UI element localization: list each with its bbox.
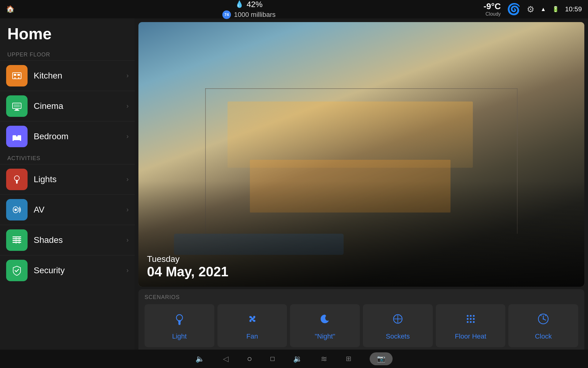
- scenario-floor-heat[interactable]: Floor Heat: [436, 304, 506, 347]
- scenario-sockets-label: Sockets: [386, 332, 410, 340]
- svg-rect-10: [13, 135, 16, 138]
- nav-square-icon[interactable]: □: [270, 355, 274, 363]
- svg-point-33: [470, 315, 472, 317]
- scenario-night-label: "Night": [315, 332, 335, 340]
- nav-back-icon[interactable]: ◁: [223, 355, 228, 363]
- svg-point-4: [18, 77, 19, 79]
- bedroom-icon: [6, 126, 28, 147]
- svg-point-25: [176, 315, 183, 321]
- av-icon: [6, 199, 28, 220]
- scenario-night[interactable]: "Night": [290, 304, 360, 347]
- status-bar-center: 💧 42% 74 1000 millibars: [14, 0, 484, 19]
- svg-point-14: [14, 176, 19, 181]
- svg-rect-23: [16, 236, 17, 244]
- svg-point-28: [251, 318, 254, 320]
- svg-rect-8: [14, 110, 19, 111]
- nav-volume-icon[interactable]: 🔉: [293, 355, 302, 363]
- security-label: Security: [34, 266, 126, 275]
- settings-icon[interactable]: ⚙: [527, 4, 534, 14]
- kitchen-label: Kitchen: [34, 71, 126, 81]
- sidebar-item-kitchen[interactable]: Kitchen ›: [0, 60, 135, 91]
- svg-rect-21: [13, 240, 21, 241]
- av-chevron: ›: [126, 206, 129, 214]
- hero-section: Tuesday 04 May, 2021: [138, 22, 584, 287]
- sidebar-item-bedroom[interactable]: Bedroom ›: [0, 121, 135, 151]
- svg-rect-11: [17, 135, 21, 138]
- status-bar: 🏠 💧 42% 74 1000 millibars -9°C Cloudy 🌀 …: [0, 0, 588, 18]
- svg-rect-27: [179, 324, 180, 325]
- wifi-icon: ▲: [541, 6, 546, 13]
- svg-point-39: [470, 321, 472, 323]
- hero-date: 04 May, 2021: [147, 264, 228, 279]
- svg-point-32: [467, 315, 469, 317]
- svg-rect-16: [16, 183, 17, 184]
- humidity-row: 💧 42%: [235, 0, 262, 9]
- app-icon: 🏠: [6, 5, 14, 13]
- scenarios-section: SCENARIOS Light: [138, 289, 584, 350]
- shades-label: Shades: [34, 235, 126, 245]
- bedroom-chevron: ›: [126, 132, 129, 140]
- main-layout: Home UPPER FLOOR Kitchen ›: [0, 18, 588, 350]
- nav-speaker-icon[interactable]: 🔈: [195, 355, 205, 363]
- scenario-light[interactable]: Light: [145, 304, 214, 347]
- svg-rect-2: [17, 74, 20, 76]
- lights-chevron: ›: [126, 175, 129, 183]
- nav-network-icon[interactable]: ⊞: [346, 355, 351, 363]
- pressure-badge: 74: [222, 10, 231, 19]
- weather-description: Cloudy: [484, 11, 501, 17]
- temperature-block: -9°C Cloudy: [484, 2, 501, 17]
- scenario-light-label: Light: [172, 332, 187, 340]
- svg-rect-24: [19, 236, 20, 244]
- svg-rect-7: [15, 109, 18, 110]
- temperature-value: -9°C: [484, 2, 501, 11]
- sidebar-item-lights[interactable]: Lights ›: [0, 164, 135, 194]
- cinema-icon: [6, 95, 28, 117]
- status-bar-left: 🏠: [6, 5, 14, 13]
- status-bar-right: -9°C Cloudy 🌀 ⚙ ▲ 🔋 10:59: [484, 2, 582, 17]
- svg-rect-15: [16, 182, 18, 183]
- sidebar: Home UPPER FLOOR Kitchen ›: [0, 18, 135, 350]
- svg-rect-26: [178, 323, 181, 324]
- sidebar-item-security[interactable]: Security ›: [0, 255, 135, 286]
- scenario-floor-heat-label: Floor Heat: [455, 332, 486, 340]
- sidebar-title: Home: [0, 18, 135, 48]
- nav-layers-icon[interactable]: ≋: [321, 354, 327, 364]
- svg-point-40: [473, 321, 475, 323]
- lights-icon: [6, 169, 28, 190]
- sidebar-item-shades[interactable]: Shades ›: [0, 225, 135, 255]
- svg-point-37: [473, 318, 475, 320]
- scenario-fan-icon: [246, 312, 259, 329]
- svg-rect-12: [13, 140, 14, 141]
- svg-rect-0: [13, 73, 21, 79]
- scenario-sockets[interactable]: Sockets: [363, 304, 433, 347]
- scenario-floor-heat-icon: [464, 312, 477, 329]
- scenario-fan-label: Fan: [247, 332, 258, 340]
- svg-point-44: [543, 318, 544, 320]
- pressure-row: 74 1000 millibars: [222, 10, 276, 19]
- svg-rect-13: [20, 140, 21, 141]
- shades-icon: [6, 229, 28, 251]
- scenario-clock[interactable]: Clock: [508, 304, 578, 347]
- kitchen-icon: [6, 65, 28, 86]
- sidebar-item-av[interactable]: AV ›: [0, 194, 135, 225]
- scenarios-grid: Light Fan: [145, 304, 578, 347]
- humidity-icon: 💧: [235, 0, 243, 8]
- svg-rect-6: [14, 104, 20, 107]
- av-label: AV: [34, 205, 126, 215]
- sidebar-item-cinema[interactable]: Cinema ›: [0, 91, 135, 121]
- scenario-clock-icon: [537, 312, 550, 329]
- lights-label: Lights: [34, 174, 126, 184]
- scenario-light-icon: [173, 312, 186, 329]
- nav-camera-button[interactable]: 📷: [370, 352, 393, 365]
- content-area: Tuesday 04 May, 2021 SCENARIOS: [135, 18, 588, 350]
- scenario-sockets-icon: [391, 312, 405, 329]
- humidity-value: 42%: [247, 0, 262, 9]
- scenario-night-icon: [318, 312, 332, 329]
- security-icon: [6, 260, 28, 281]
- cinema-label: Cinema: [34, 101, 126, 111]
- pressure-value: 1000 millibars: [234, 11, 276, 19]
- hero-day: Tuesday: [147, 254, 228, 264]
- scenario-fan[interactable]: Fan: [217, 304, 287, 347]
- nav-home-icon[interactable]: ○: [247, 354, 252, 364]
- shades-chevron: ›: [126, 236, 129, 244]
